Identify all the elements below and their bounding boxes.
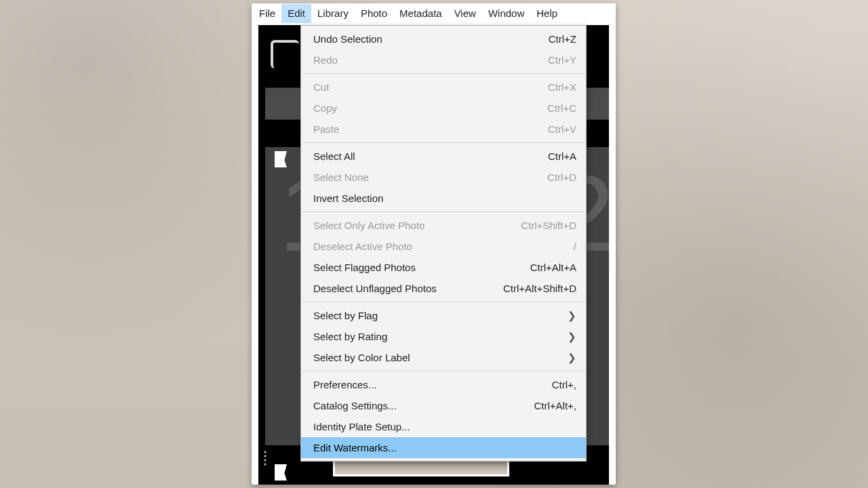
menu-item-shortcut: Ctrl+Y [487,54,576,66]
menu-separator [302,371,585,371]
menu-library[interactable]: Library [311,4,355,23]
menu-item-label: Preferences... [313,379,487,390]
menu-item-select-flagged-photos[interactable]: Select Flagged PhotosCtrl+Alt+A [301,257,586,278]
menu-item-cut: CutCtrl+X [301,77,586,98]
menu-item-select-by-color-label[interactable]: Select by Color Label❯ [301,347,586,368]
chevron-right-icon: ❯ [562,310,576,322]
edit-menu-dropdown: Undo SelectionCtrl+ZRedoCtrl+YCutCtrl+XC… [300,25,587,462]
menubar: File Edit Library Photo Metadata View Wi… [252,3,616,24]
menu-item-select-by-rating[interactable]: Select by Rating❯ [301,326,586,347]
menu-item-label: Select Flagged Photos [313,262,487,273]
menu-window[interactable]: Window [482,4,530,23]
menu-item-paste: PasteCtrl+V [301,119,586,140]
menu-item-shortcut: Ctrl+Alt+A [487,262,576,273]
menu-separator [302,211,585,212]
menu-item-label: Select All [313,150,487,162]
menu-item-label: Cut [313,81,487,93]
menu-edit[interactable]: Edit [281,4,311,23]
menu-item-label: Copy [313,102,487,114]
menu-item-select-none: Select NoneCtrl+D [301,167,586,188]
app-window: File Edit Library Photo Metadata View Wi… [252,3,616,485]
menu-item-label: Paste [313,123,487,135]
menu-separator [302,73,585,74]
menu-help[interactable]: Help [530,4,564,23]
menu-item-select-only-active-photo: Select Only Active PhotoCtrl+Shift+D [301,215,586,236]
menu-item-label: Redo [313,54,487,66]
menu-item-shortcut: Ctrl+Z [487,33,576,45]
menu-item-catalog-settings[interactable]: Catalog Settings...Ctrl+Alt+, [301,395,586,416]
menu-item-shortcut: / [487,241,576,252]
menu-item-undo-selection[interactable]: Undo SelectionCtrl+Z [301,28,586,49]
menu-item-preferences[interactable]: Preferences...Ctrl+, [301,374,586,395]
menu-item-shortcut: Ctrl+X [487,81,576,93]
menu-item-label: Deselect Unflagged Photos [313,283,487,294]
menu-item-shortcut: Ctrl+Shift+D [487,220,576,231]
menu-item-shortcut: Ctrl+Alt+Shift+D [487,283,576,294]
menu-view[interactable]: View [448,4,482,23]
menu-item-identity-plate-setup[interactable]: Identity Plate Setup... [301,416,586,437]
menu-item-edit-watermarks[interactable]: Edit Watermarks... [301,437,586,458]
menu-item-label: Select Only Active Photo [313,220,487,231]
chevron-right-icon: ❯ [562,331,576,343]
menu-item-deselect-unflagged-photos[interactable]: Deselect Unflagged PhotosCtrl+Alt+Shift+… [301,278,586,299]
menu-item-shortcut: Ctrl+C [487,102,576,114]
menu-item-shortcut: Ctrl+D [487,171,576,183]
menu-item-select-all[interactable]: Select AllCtrl+A [301,146,586,167]
menu-item-shortcut: Ctrl+, [487,379,576,390]
menu-item-label: Select by Rating [313,331,562,342]
menu-photo[interactable]: Photo [355,4,393,23]
menu-file[interactable]: File [253,4,281,23]
menu-item-redo: RedoCtrl+Y [301,49,586,70]
stage-background: File Edit Library Photo Metadata View Wi… [0,0,868,488]
menu-separator [302,142,585,143]
menu-item-label: Catalog Settings... [313,400,487,411]
menu-item-label: Edit Watermarks... [313,442,487,453]
menu-item-label: Select by Flag [313,310,562,321]
flag-icon [275,464,287,481]
menu-item-label: Identity Plate Setup... [313,421,487,432]
menu-item-copy: CopyCtrl+C [301,98,586,119]
menu-item-label: Select by Color Label [313,352,562,363]
menu-item-label: Select None [313,171,487,183]
menu-separator [302,302,585,302]
menu-item-label: Undo Selection [313,33,487,45]
menu-metadata[interactable]: Metadata [393,4,448,23]
menu-item-invert-selection[interactable]: Invert Selection [301,188,586,209]
drag-handle-dots-icon [262,449,268,466]
chevron-right-icon: ❯ [562,352,576,364]
menu-item-select-by-flag[interactable]: Select by Flag❯ [301,305,586,326]
menu-item-label: Deselect Active Photo [313,241,487,252]
menu-item-shortcut: Ctrl+A [487,150,576,162]
menu-item-shortcut: Ctrl+V [487,123,576,135]
menu-item-deselect-active-photo: Deselect Active Photo/ [301,236,586,257]
app-logo-icon [271,40,299,68]
menu-item-label: Invert Selection [313,192,487,204]
menu-item-shortcut: Ctrl+Alt+, [487,400,576,411]
